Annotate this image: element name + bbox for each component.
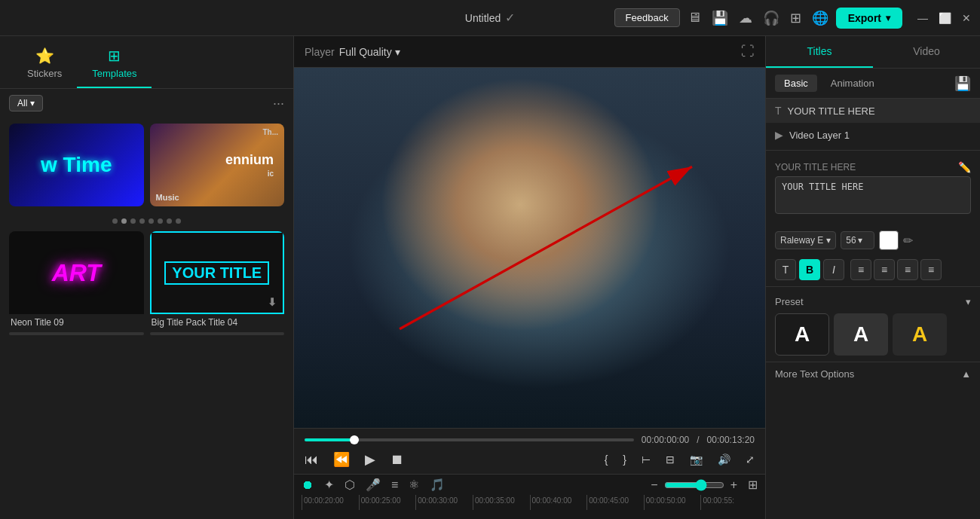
tab-titles[interactable]: Titles	[766, 36, 873, 68]
mark-in-button[interactable]: {	[605, 453, 608, 466]
timeline-tool-icons: ⏺ ✦ ⬡ 🎤 ≡ ⚛ 🎵	[302, 478, 445, 492]
effects-icon[interactable]: ✦	[324, 478, 334, 492]
layer-item-title[interactable]: T YOUR TITLE HERE	[766, 99, 980, 123]
font-select[interactable]: Raleway E ▾	[775, 231, 836, 249]
dot-4[interactable]	[139, 218, 145, 224]
layer-item-video[interactable]: ▶ Video Layer 1	[766, 123, 980, 147]
main-content: ⭐ Stickers ⊞ Templates All ▾ ··· w Time	[0, 36, 980, 519]
more-text-options[interactable]: More Text Options ▲	[766, 362, 980, 386]
feedback-button[interactable]: Feedback	[614, 8, 680, 27]
tab-templates[interactable]: ⊞ Templates	[77, 42, 152, 88]
minimize-button[interactable]: —	[917, 12, 928, 24]
step-back-button[interactable]: ⏪	[333, 451, 350, 468]
total-time: 00:00:13:20	[707, 435, 755, 445]
dot-6[interactable]	[158, 218, 163, 224]
format-bold-button[interactable]: B	[799, 259, 820, 280]
preset-yellow[interactable]: A	[893, 313, 947, 356]
window-controls: — ⬜ ✕	[917, 12, 971, 24]
grid-icon[interactable]: ⊞	[790, 10, 801, 26]
save-icon[interactable]: 💾	[712, 10, 728, 26]
record-icon[interactable]: ⏺	[302, 478, 314, 492]
filter-button[interactable]: All ▾	[9, 95, 43, 111]
progress-thumb[interactable]	[350, 435, 359, 444]
trim-button[interactable]: ⊢	[642, 453, 651, 466]
tab-stickers[interactable]: ⭐ Stickers	[12, 42, 77, 88]
right-panel-tabs: Titles Video	[766, 36, 980, 69]
mark-out-button[interactable]: }	[623, 453, 626, 466]
split-button[interactable]: ⊟	[666, 453, 675, 466]
ruler-mark-8: 00:00:55:	[700, 495, 758, 510]
template-card-new-time[interactable]: w Time	[9, 124, 144, 206]
font-arrow-icon: ▾	[826, 235, 831, 246]
ruler-mark-7: 00:00:50:00	[644, 495, 701, 510]
tab-video[interactable]: Video	[873, 36, 980, 68]
format-italic-button[interactable]: I	[823, 259, 844, 280]
zoom-slider[interactable]	[664, 479, 724, 491]
template-card-bigtitle[interactable]: YOUR TITLE ⬇ Big Title Pack Title 04	[150, 231, 285, 344]
template-card-music[interactable]: ennium ic Music Th...	[150, 124, 285, 206]
maximize-button[interactable]: ⬜	[939, 12, 951, 24]
headphone-icon[interactable]: 🎧	[763, 10, 779, 26]
playback-controls: 00:00:00:00 / 00:00:13:20 ⏮ ⏪ ▶ ⏹ { } ⊢ …	[294, 428, 765, 474]
export-button[interactable]: Export ▾	[836, 8, 902, 29]
dot-2[interactable]	[121, 218, 127, 224]
player-fullscreen-icon[interactable]: ⛶	[741, 44, 755, 60]
preset-gray[interactable]: A	[834, 313, 888, 356]
zoom-out-icon[interactable]: −	[651, 478, 657, 492]
dot-8[interactable]	[176, 218, 181, 224]
play-button[interactable]: ▶	[365, 451, 375, 468]
music-icon[interactable]: 🎵	[430, 478, 445, 492]
size-arrow-icon: ▾	[858, 235, 862, 246]
format-text-icon[interactable]: T	[775, 259, 796, 280]
preset-expand-icon[interactable]: ▾	[966, 296, 971, 307]
fullscreen-button[interactable]: ⤢	[746, 453, 755, 466]
template-card-neon[interactable]: ART Neon Title 09	[9, 231, 144, 344]
size-select[interactable]: 56 ▾	[841, 231, 874, 249]
title-textarea[interactable]: YOUR TITLE HERE	[775, 176, 971, 214]
transform-icon[interactable]: ⚛	[409, 478, 419, 492]
quality-select[interactable]: Full Quality ▾	[339, 46, 400, 58]
align-left-button[interactable]: ≡	[850, 259, 871, 280]
controls-row: ⏮ ⏪ ▶ ⏹ { } ⊢ ⊟ 📷 🔊 ⤢	[305, 451, 755, 468]
screenshot-button[interactable]: 📷	[690, 453, 703, 466]
voice-icon[interactable]: 🎤	[366, 478, 381, 492]
dot-5[interactable]	[149, 218, 154, 224]
right-sub-tabs: Basic Animation 💾	[766, 69, 980, 99]
grid-icon[interactable]: ⊞	[748, 478, 758, 492]
color-picker-icon[interactable]: ✏	[903, 234, 913, 248]
time-row: 00:00:00:00 / 00:00:13:20	[305, 435, 755, 445]
dot-1[interactable]	[112, 218, 118, 224]
cloud-icon[interactable]: ☁	[739, 10, 752, 26]
ai-icon[interactable]: ✏️	[958, 161, 971, 173]
sub-tab-basic[interactable]: Basic	[775, 75, 817, 92]
progress-bar[interactable]	[305, 438, 634, 441]
ruler-mark-4: 00:00:35:00	[473, 495, 530, 510]
ruler-mark-5: 00:00:40:00	[530, 495, 587, 510]
current-time: 00:00:00:00	[642, 435, 689, 445]
progress-fill	[305, 438, 354, 441]
align-center-button[interactable]: ≡	[874, 259, 895, 280]
zoom-in-icon[interactable]: +	[730, 478, 737, 492]
monitor-icon[interactable]: 🖥	[688, 10, 701, 26]
skip-back-button[interactable]: ⏮	[305, 452, 318, 468]
dot-3[interactable]	[130, 218, 136, 224]
audio-button[interactable]: 🔊	[718, 453, 730, 466]
preset-white[interactable]: A	[775, 313, 829, 356]
template-preview-new-time: w Time	[9, 124, 144, 206]
color-swatch[interactable]	[879, 230, 899, 250]
more-options-button[interactable]: ···	[273, 96, 284, 111]
player-toolbar: Player Full Quality ▾ ⛶	[294, 36, 765, 68]
text-icon[interactable]: ≡	[391, 478, 398, 492]
align-right-button[interactable]: ≡	[897, 259, 918, 280]
mask-icon[interactable]: ⬡	[345, 478, 355, 492]
font-row: Raleway E ▾ 56 ▾ ✏	[766, 224, 980, 256]
globe-icon[interactable]: 🌐	[812, 10, 828, 26]
save-preset-icon[interactable]: 💾	[954, 75, 971, 92]
stop-button[interactable]: ⏹	[390, 452, 404, 468]
ruler-mark-3: 00:00:30:00	[415, 495, 473, 510]
align-justify-button[interactable]: ≡	[920, 259, 942, 280]
video-frame	[294, 68, 765, 428]
dot-7[interactable]	[167, 218, 172, 224]
close-button[interactable]: ✕	[962, 12, 971, 24]
sub-tab-animation[interactable]: Animation	[822, 75, 884, 92]
